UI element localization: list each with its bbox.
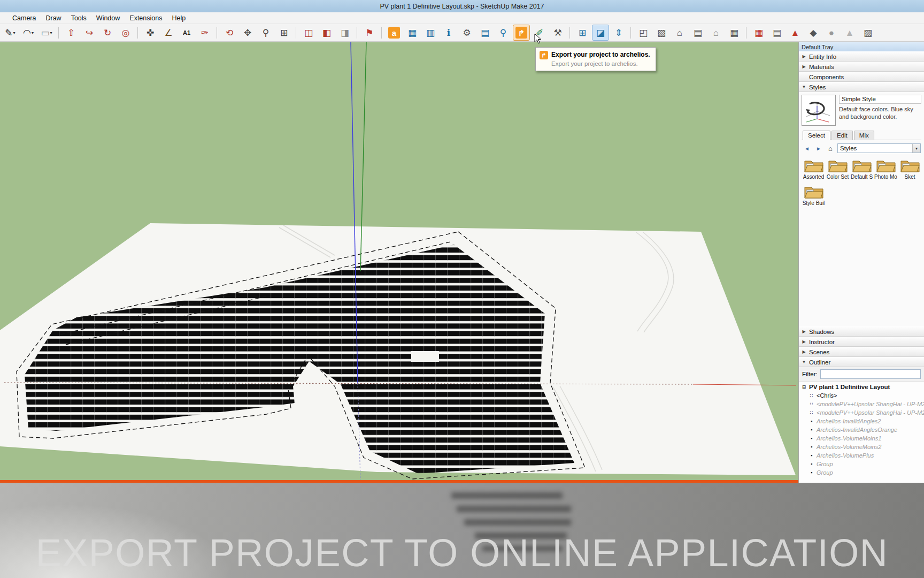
tray-section-instructor[interactable]: ▶ Instructor (799, 337, 924, 347)
walkthrough-tool[interactable]: ⇕ (611, 25, 627, 40)
collapse-arrow-icon: ▶ (802, 64, 806, 69)
export-archelios-button[interactable]: ↱ (513, 25, 529, 40)
tray-section-materials[interactable]: ▶ Materials (799, 62, 924, 72)
outliner-item[interactable]: ▪ Archelios-VolumeMoins2 (799, 443, 924, 451)
chevron-down-icon[interactable]: ▾ (912, 144, 920, 153)
outliner-item[interactable]: ∷ <modulePV++Upsolar ShangHai - UP-M2 (799, 408, 924, 417)
style-folder[interactable]: Assorted (802, 159, 826, 180)
home-view-tool[interactable]: ⌂ (672, 25, 688, 40)
solid-box-tool[interactable]: ▧ (653, 25, 669, 40)
zoom-extents-tool[interactable]: ⊞ (276, 25, 292, 40)
red-grid-tool[interactable]: ▦ (751, 25, 767, 40)
outliner-item[interactable]: ∷ <modulePV++Upsolar ShangHai - UP-M2 (799, 400, 924, 408)
menu-item[interactable]: Window (91, 12, 125, 24)
styles-tab[interactable]: Select (803, 131, 830, 140)
building-tool[interactable]: ▤ (690, 25, 706, 40)
warehouse-tool[interactable]: ▦ (726, 25, 742, 40)
paint-bucket-tool[interactable]: ✑ (197, 25, 213, 40)
arc-tool[interactable]: ◠ ▾ (20, 25, 36, 40)
outliner-item[interactable]: ▪ Archelios-InvalidAngles2 (799, 417, 924, 425)
menu-item[interactable]: Extensions (125, 12, 167, 24)
pan-tool[interactable]: ✥ (240, 25, 256, 40)
tool-icon: ▲ (791, 28, 800, 37)
styles-tab[interactable]: Edit (831, 131, 853, 140)
cone-tool[interactable]: ▲ (842, 25, 858, 40)
outliner-item[interactable]: ▪ Group (799, 468, 924, 477)
pv-module-tool[interactable]: ▦ (404, 25, 420, 40)
section-label: Components (809, 74, 844, 80)
offset-tool[interactable]: ◎ (118, 25, 134, 40)
project-info-tool[interactable]: ℹ (441, 25, 457, 40)
forward-arrow-button[interactable]: ► (814, 144, 823, 153)
style-folder[interactable]: Color Set (826, 159, 850, 180)
textured-box-tool[interactable]: ▨ (860, 25, 876, 40)
outliner-root[interactable]: ⊞ PV plant 1 Definitive Layout (799, 383, 924, 391)
tape-measure-tool[interactable]: ∠ (160, 25, 176, 40)
line-tool[interactable]: ✎ ▾ (2, 25, 18, 40)
styles-collection-dropdown[interactable]: Styles ▾ (837, 143, 921, 153)
followme-tool[interactable]: ↪ (81, 25, 97, 40)
component-box-tool[interactable]: ◰ (635, 25, 651, 40)
tray-section-styles[interactable]: ▼ Styles (799, 82, 924, 92)
section-plane-tool[interactable]: ◫ (301, 25, 317, 40)
section-fill-tool[interactable]: ◧ (319, 25, 335, 40)
item-icon: ▪ (808, 427, 814, 432)
style-folder[interactable]: Default S (850, 159, 874, 180)
outliner-item[interactable]: ▪ Group (799, 460, 924, 468)
export-archelios-icon: ↱ (540, 51, 548, 59)
results-table-tool[interactable]: ▤ (477, 25, 493, 40)
outliner-item[interactable]: ∷ <Chris> (799, 391, 924, 400)
tray-section-outliner[interactable]: ▼ Outliner (799, 357, 924, 367)
zoom-selection-tool[interactable]: ⚲ (495, 25, 511, 40)
style-thumbnail[interactable] (802, 95, 836, 126)
sphere-tool[interactable]: ● (823, 25, 840, 40)
tray-section-entity-info[interactable]: ▶ Entity Info (799, 51, 924, 62)
style-folder[interactable]: Style Buil (802, 185, 826, 206)
menu-item[interactable]: Tools (66, 12, 91, 24)
main-toolbar: ✎ ▾ ◠ ▾ ▭ ▾ ⇧ ↪ ↻ ◎ ✜ (0, 24, 924, 42)
back-arrow-button[interactable]: ◄ (802, 144, 812, 153)
move-tool[interactable]: ✜ (142, 25, 158, 40)
outliner-item[interactable]: ▪ Archelios-VolumePlus (799, 451, 924, 460)
excavate-tool[interactable]: ⚒ (550, 25, 566, 40)
tray-section-scenes[interactable]: ▶ Scenes (799, 347, 924, 357)
home-icon[interactable]: ⌂ (826, 144, 835, 153)
shaded-box-tool[interactable]: ◆ (805, 25, 821, 40)
shed-tool[interactable]: ⌂ (708, 25, 724, 40)
menu-item[interactable]: Help (167, 12, 190, 24)
geolocation-tool[interactable]: ⚑ (361, 25, 378, 40)
rotate-tool[interactable]: ↻ (99, 25, 116, 40)
pyramid-tool[interactable]: ▲ (787, 25, 803, 40)
grid-table-tool[interactable]: ▤ (769, 25, 785, 40)
tool-icon: ⚑ (365, 28, 373, 37)
styles-tab[interactable]: Mix (854, 131, 874, 140)
section-display-tool[interactable]: ◨ (337, 25, 353, 40)
pv-array-tool[interactable]: ▥ (422, 25, 438, 40)
tool-icon: ✥ (244, 28, 251, 37)
style-folder[interactable]: Sket (898, 159, 922, 180)
zoom-tool[interactable]: ⚲ (258, 25, 274, 40)
tray-section-shadows[interactable]: ▶ Shadows (799, 326, 924, 337)
tool-icon: ⇕ (615, 28, 622, 37)
tool-icon: ▦ (754, 28, 763, 37)
menu-item[interactable]: Draw (41, 12, 66, 24)
shape-tool[interactable]: ▭ ▾ (38, 25, 55, 40)
folder-icon (804, 159, 823, 173)
outliner-item[interactable]: ▪ Archelios-VolumeMoins1 (799, 434, 924, 443)
orbit-tool[interactable]: ⟲ (221, 25, 237, 40)
project-settings-tool[interactable]: ⚙ (459, 25, 475, 40)
tooltip-text: Export your project to archelios. Export… (551, 51, 650, 67)
pushpull-tool[interactable]: ⇧ (63, 25, 79, 40)
tray-section-components[interactable]: ▶ Components (799, 72, 924, 82)
face-style-tool[interactable]: ◪ (592, 25, 609, 40)
outliner-item[interactable]: ▪ Archelios-InvalidAnglesOrange (799, 425, 924, 434)
outliner-filter-input[interactable] (820, 369, 921, 379)
tool-icon: ⊞ (280, 28, 288, 37)
grid-snap-tool[interactable]: ⊞ (574, 25, 590, 40)
text-tool[interactable]: A1 (179, 25, 195, 40)
style-folder[interactable]: Photo Mo (874, 159, 898, 180)
archelios-logo[interactable]: a (386, 25, 402, 40)
style-name-field[interactable]: Simple Style (839, 95, 921, 104)
tray-title: Default Tray (799, 42, 924, 51)
menu-item[interactable]: Camera (7, 12, 41, 24)
